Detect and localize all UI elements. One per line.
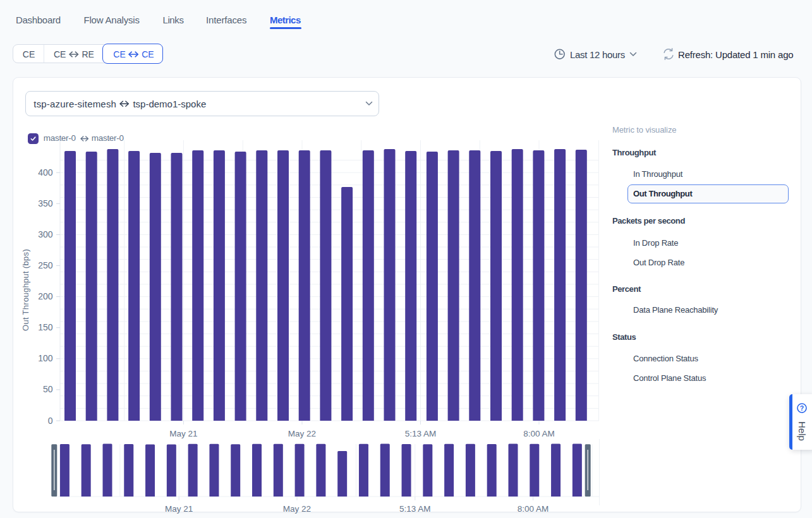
svg-text:Out Throughput (bps): Out Throughput (bps): [21, 249, 30, 331]
svg-text:400: 400: [38, 167, 53, 178]
svg-text:250: 250: [38, 260, 53, 270]
svg-text:0: 0: [48, 416, 53, 426]
svg-text:8:00 AM: 8:00 AM: [523, 429, 555, 438]
svg-text:May 22: May 22: [288, 429, 316, 438]
svg-text:?: ?: [800, 404, 804, 412]
svg-text:200: 200: [38, 291, 53, 301]
svg-text:5:13 AM: 5:13 AM: [399, 504, 431, 514]
svg-text:5:13 AM: 5:13 AM: [405, 429, 437, 438]
svg-text:8:00 AM: 8:00 AM: [518, 504, 549, 514]
svg-text:350: 350: [38, 198, 53, 208]
svg-text:May 22: May 22: [283, 504, 311, 514]
svg-text:May 21: May 21: [169, 429, 197, 438]
svg-text:100: 100: [38, 353, 53, 363]
svg-text:50: 50: [43, 384, 53, 394]
svg-text:150: 150: [38, 322, 53, 332]
svg-text:300: 300: [38, 229, 53, 239]
svg-text:May 21: May 21: [165, 504, 193, 514]
